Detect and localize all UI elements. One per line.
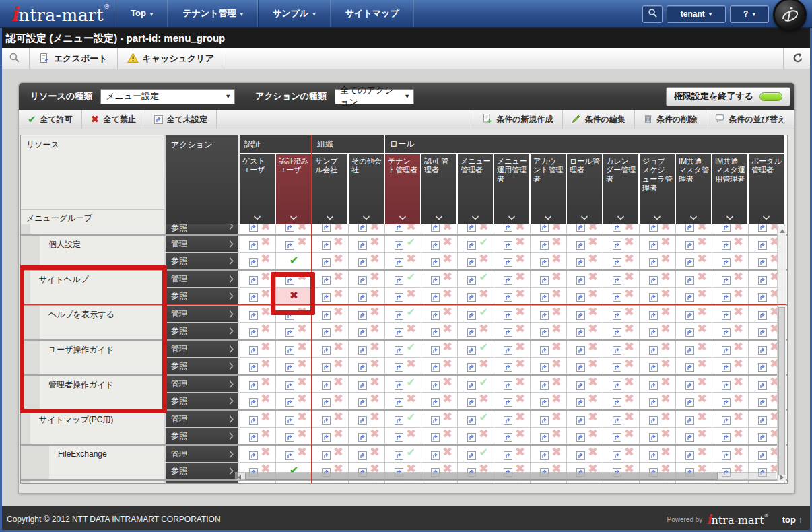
permission-cell[interactable]: ✖ [494,411,531,428]
action-cell[interactable]: 管理 [166,236,240,253]
permission-cell[interactable]: ✖ [567,411,603,428]
permission-cell[interactable]: ✖ [531,306,567,323]
permission-cell[interactable]: ✖ [603,428,640,444]
condition-delete-button[interactable]: 条件の削除 [635,110,706,129]
column-header[interactable]: ジョブスケジューラ管理者 [640,154,675,224]
permission-cell[interactable]: ✖ [531,446,567,463]
horizontal-scrollbar-thumb[interactable] [245,473,718,480]
permission-cell[interactable]: ✖ [385,358,421,374]
permission-cell[interactable]: ✖ [603,358,640,374]
permission-cell[interactable]: ✖ [567,323,603,339]
permission-cell[interactable]: ✖ [640,446,676,463]
permission-cell[interactable]: ✖ [712,446,749,463]
menu-item-sample[interactable]: サンプル▾ [258,0,331,27]
permission-cell[interactable]: ✖ [531,253,567,269]
chevron-down-icon[interactable] [640,213,675,222]
permission-cell[interactable]: ✖ [421,411,458,428]
permission-cell[interactable]: ✔ [385,411,421,428]
permission-cell[interactable]: ✖ [494,428,531,444]
permission-cell[interactable]: ✔ [276,253,312,269]
permission-cell[interactable]: ✖ [676,358,712,374]
permission-cell[interactable]: ✖ [312,288,349,304]
resource-type-select[interactable]: メニュー設定 [100,89,235,104]
column-header[interactable]: メニュー管理者 [458,154,493,224]
chevron-right-icon[interactable] [229,467,234,477]
permission-cell[interactable]: ✖ [494,376,531,393]
permission-cell[interactable]: ✖ [676,411,712,428]
permission-cell[interactable]: ✖ [712,224,749,234]
permission-cell[interactable]: ✖ [421,393,458,409]
permission-cell[interactable]: ✔ [385,271,421,288]
permission-cell[interactable]: ✖ [240,428,276,444]
permission-cell[interactable]: ✖ [640,358,676,374]
permission-cell[interactable]: ✖ [712,376,749,393]
permission-cell[interactable]: ✖ [676,376,712,393]
permission-cell[interactable]: ✖ [458,288,494,304]
permission-cell[interactable]: ✖ [712,428,749,444]
permission-cell[interactable]: ✖ [349,393,385,409]
permission-cell[interactable]: ✖ [312,236,349,253]
permission-cell[interactable]: ✖ [567,253,603,269]
permission-cell[interactable]: ✖ [349,411,385,428]
permission-cell[interactable]: ✖ [494,271,531,288]
permission-cell[interactable]: ✖ [312,341,349,358]
chevron-down-icon[interactable] [567,213,602,222]
permission-cell[interactable]: ✖ [349,446,385,463]
permission-cell[interactable]: ✖ [712,341,749,358]
permission-cell[interactable]: ✖ [312,428,349,444]
permission-cell[interactable]: ✖ [494,481,531,483]
permission-cell[interactable]: ✖ [676,341,712,358]
permission-cell[interactable]: ✖ [567,271,603,288]
permission-cell[interactable]: ✖ [640,288,676,304]
intra-mart-badge-icon[interactable] [773,0,807,32]
permission-cell[interactable]: ✖ [312,358,349,374]
permission-cell[interactable]: ✖ [640,481,676,483]
chevron-down-icon[interactable] [385,213,420,222]
permission-cell[interactable]: ✖ [603,306,640,323]
permission-cell[interactable]: ✖ [603,446,640,463]
permission-cell[interactable]: ✖ [567,393,603,409]
chevron-right-icon[interactable] [229,224,234,232]
permission-cell[interactable]: ✖ [712,306,749,323]
permission-cell[interactable]: ✖ [421,428,458,444]
permission-cell[interactable]: ✖ [676,393,712,409]
condition-new-button[interactable]: 条件の新規作成 [473,110,562,129]
permission-cell[interactable]: ✖ [421,446,458,463]
permission-cell[interactable]: ✖ [567,306,603,323]
permission-cell[interactable]: ✖ [240,393,276,409]
condition-edit-button[interactable]: 条件の編集 [563,110,634,129]
permission-cell[interactable]: ✖ [567,341,603,358]
action-cell[interactable]: 管理 [166,411,240,428]
permission-cell[interactable]: ✖ [240,236,276,253]
horizontal-scrollbar[interactable] [235,472,776,481]
permission-cell[interactable]: ✔ [385,341,421,358]
chevron-right-icon[interactable] [229,380,234,391]
permission-cell[interactable]: ✖ [349,481,385,483]
permission-cell[interactable]: ✖ [240,358,276,374]
permission-cell[interactable]: ✔ [458,341,494,358]
action-cell[interactable]: 参照 [166,463,240,479]
permission-cell[interactable]: ✖ [494,253,531,269]
permission-cell[interactable]: ✖ [276,306,312,323]
permission-cell[interactable]: ✖ [676,253,712,269]
permission-cell[interactable]: ✖ [640,306,676,323]
column-header[interactable]: メニュー運用管理者 [494,154,529,224]
permission-cell[interactable]: ✖ [385,323,421,339]
action-cell[interactable]: 参照 [166,288,240,304]
permission-cell[interactable]: ✖ [531,236,567,253]
permission-cell[interactable]: ✖ [712,393,749,409]
permission-cell[interactable]: ✖ [458,393,494,409]
permission-cell[interactable]: ✖ [603,253,640,269]
permission-cell[interactable]: ✖ [640,411,676,428]
permission-cell[interactable]: ✖ [603,341,640,358]
permission-cell[interactable]: ✖ [349,341,385,358]
permission-cell[interactable]: ✖ [349,288,385,304]
chevron-right-icon[interactable] [229,240,234,251]
permission-cell[interactable]: ✖ [531,224,567,234]
vertical-scrollbar[interactable] [777,226,786,481]
chevron-down-icon[interactable] [421,213,456,222]
menu-item-sitemap[interactable]: サイトマップ [331,0,414,27]
permission-cell[interactable]: ✔ [458,236,494,253]
permission-cell[interactable]: ✖ [712,236,749,253]
menu-item-top[interactable]: Top▾ [116,0,168,27]
